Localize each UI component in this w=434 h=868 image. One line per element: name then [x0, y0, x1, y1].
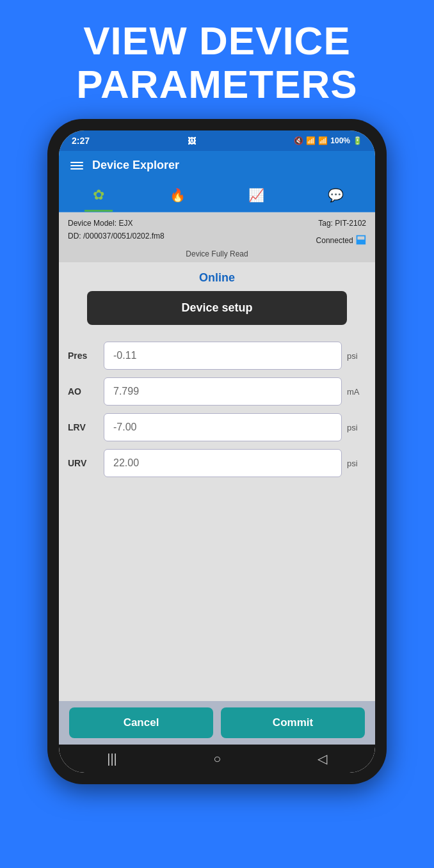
tab-bar: ✿ 🔥 📈 💬: [59, 180, 375, 212]
hamburger-menu[interactable]: [70, 162, 83, 170]
pres-unit: psi: [347, 351, 366, 361]
sun-icon: ✿: [93, 187, 104, 203]
tab-chat[interactable]: 💬: [321, 184, 350, 207]
param-row-urv: URV psi: [68, 449, 366, 477]
phone-screen: 2:27 🖼 🔇 📶 📶 100% 🔋 Device Explorer ✿: [59, 130, 375, 773]
param-row-pres: Pres psi: [68, 342, 366, 370]
urv-input[interactable]: [104, 449, 342, 477]
fully-read-label: Device Fully Read: [68, 249, 366, 258]
urv-label: URV: [68, 458, 99, 468]
device-model-line: Device Model: EJX: [68, 217, 165, 230]
urv-unit: psi: [347, 459, 366, 468]
status-time-icon: 🖼: [188, 136, 196, 146]
content-area: Online Device setup Pres psi AO mA LRV p…: [59, 262, 375, 701]
flame-icon: 🔥: [170, 187, 186, 203]
phone-frame: 2:27 🖼 🔇 📶 📶 100% 🔋 Device Explorer ✿: [47, 119, 387, 784]
chat-icon: 💬: [328, 187, 344, 203]
battery-icon: 🔋: [353, 136, 362, 145]
ao-unit: mA: [347, 387, 366, 397]
device-setup-button[interactable]: Device setup: [87, 291, 346, 325]
tab-chart[interactable]: 📈: [243, 184, 271, 207]
bluetooth-icon: ⬓: [355, 233, 366, 246]
param-row-ao: AO mA: [68, 377, 366, 406]
device-info-section: Device Model: EJX DD: /000037/0051/0202.…: [59, 212, 375, 262]
param-row-lrv: LRV psi: [68, 413, 366, 441]
online-label: Online: [59, 262, 375, 291]
nav-back-icon[interactable]: ◁: [317, 751, 327, 766]
app-title: Device Explorer: [92, 159, 179, 172]
tag-label: Tag:: [318, 219, 333, 228]
tab-flame[interactable]: 🔥: [163, 184, 191, 207]
connected-line: Connected ⬓: [316, 230, 366, 249]
device-info-right: Tag: PIT-2102 Connected ⬓: [316, 217, 366, 248]
page-title: VIEW DEVICEPARAMETERS: [26, 19, 408, 106]
connected-status: Connected: [316, 236, 353, 245]
status-bar: 2:27 🖼 🔇 📶 📶 100% 🔋: [59, 130, 375, 151]
status-icons: 🔇 📶 📶 100% 🔋: [294, 136, 362, 145]
nav-home-icon[interactable]: ○: [213, 752, 221, 766]
lrv-input[interactable]: [104, 413, 342, 441]
model-label: Device Model:: [68, 219, 117, 228]
dd-value: /000037/0051/0202.fm8: [83, 232, 165, 241]
tab-sun[interactable]: ✿: [84, 184, 113, 207]
lrv-unit: psi: [347, 423, 366, 432]
cancel-button[interactable]: Cancel: [69, 707, 213, 738]
bottom-buttons: Cancel Commit: [59, 701, 375, 745]
pres-label: Pres: [68, 351, 99, 361]
lrv-label: LRV: [68, 422, 99, 432]
ao-input[interactable]: [104, 377, 342, 406]
ao-label: AO: [68, 386, 99, 397]
status-time: 2:27: [72, 136, 90, 146]
battery-label: 100%: [330, 136, 350, 145]
dd-label: DD:: [68, 232, 81, 241]
device-info-left: Device Model: EJX DD: /000037/0051/0202.…: [68, 217, 165, 248]
tag-value: PIT-2102: [335, 219, 366, 228]
page-header: VIEW DEVICEPARAMETERS: [0, 0, 434, 119]
pres-input[interactable]: [104, 342, 342, 370]
model-value: EJX: [118, 219, 133, 228]
tag-line: Tag: PIT-2102: [316, 217, 366, 230]
chart-icon: 📈: [248, 187, 264, 203]
signal-icon: 📶: [318, 136, 328, 145]
wifi-icon: 📶: [306, 136, 316, 145]
nav-menu-icon[interactable]: |||: [107, 752, 117, 766]
commit-button[interactable]: Commit: [221, 707, 365, 738]
nav-bar: ||| ○ ◁: [59, 745, 375, 773]
mute-icon: 🔇: [294, 136, 303, 145]
dd-line: DD: /000037/0051/0202.fm8: [68, 230, 165, 242]
app-bar: Device Explorer: [59, 151, 375, 180]
